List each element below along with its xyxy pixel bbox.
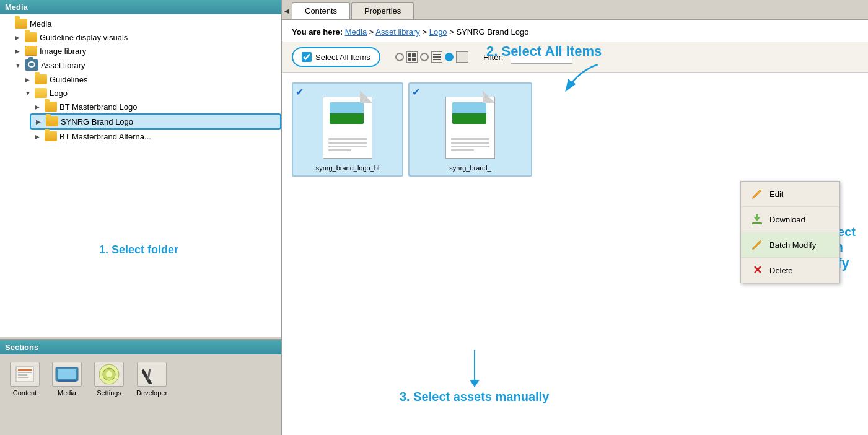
sections-panel: Sections Content	[0, 339, 281, 435]
section-content[interactable]: Content	[10, 362, 40, 397]
expand-arrow: ▶	[35, 133, 45, 140]
context-menu-edit[interactable]: Edit	[741, 182, 839, 207]
doc-body-2	[445, 97, 495, 159]
breadcrumb-sep1: >	[369, 27, 376, 37]
folder-icon	[46, 116, 58, 126]
context-menu-delete[interactable]: ✕ Delete	[741, 258, 839, 283]
filter-input[interactable]	[511, 51, 572, 64]
view-list-btn[interactable]	[431, 51, 442, 63]
tree-label: BT Masterbrand Logo	[59, 102, 138, 112]
asset-grid: ✔	[282, 72, 868, 187]
doc-icon-1	[320, 90, 375, 159]
tree-item-media[interactable]: Media	[0, 17, 281, 30]
svg-rect-11	[142, 369, 152, 384]
breadcrumb-asset-library-link[interactable]: Asset library	[375, 27, 420, 37]
svg-rect-7	[58, 380, 76, 382]
collapse-button[interactable]: ◀	[282, 2, 292, 19]
annotation-3-label: 3. Select assets manually	[400, 390, 549, 403]
svg-rect-6	[58, 369, 76, 379]
tab-contents-label: Contents	[305, 6, 337, 15]
context-menu-delete-label: Delete	[769, 266, 793, 275]
tree-item-bt-alternate[interactable]: ▶ BT Masterbrand Alterna...	[30, 130, 281, 143]
download-icon	[751, 213, 763, 226]
filter-label: Filter:	[483, 53, 504, 62]
island-img-2	[452, 102, 486, 124]
left-panel: Media Media ▶ Guideline display visuals …	[0, 0, 282, 435]
svg-marker-14	[754, 214, 760, 221]
tab-contents[interactable]: Contents	[292, 2, 350, 19]
tree-item-synrg-brand[interactable]: ▶ SYNRG Brand Logo	[30, 113, 281, 130]
developer-icon	[137, 362, 167, 387]
tree-label: Guidelines	[50, 75, 87, 84]
view-radio-3[interactable]	[445, 53, 454, 61]
section-settings-label: Settings	[97, 389, 121, 397]
expand-arrow: ▼	[15, 62, 25, 69]
asset-check-2: ✔	[412, 86, 420, 98]
asset-check-1: ✔	[296, 86, 304, 98]
view-radio-1[interactable]	[395, 53, 404, 61]
svg-rect-0	[16, 367, 33, 382]
doc-body	[323, 97, 372, 159]
expand-arrow: ▶	[35, 103, 45, 110]
context-menu-download[interactable]: Download	[741, 207, 839, 232]
select-all-checkbox[interactable]	[302, 52, 312, 62]
tree-item-asset-library[interactable]: ▼ Asset library	[10, 58, 281, 72]
select-all-label: Select All Items	[315, 53, 370, 62]
delete-icon: ✕	[751, 264, 763, 276]
tree-label: Logo	[50, 89, 68, 98]
expand-arrow: ▶	[36, 118, 46, 125]
tree-item-bt-masterbrand[interactable]: ▶ BT Masterbrand Logo	[30, 100, 281, 113]
media-header-label: Media	[5, 2, 28, 12]
folder-icon	[15, 19, 27, 29]
tree-item-guidelines[interactable]: ▶ Guidelines	[20, 72, 281, 86]
expand-arrow: ▶	[25, 76, 35, 83]
tree-label: Media	[30, 19, 51, 29]
tab-properties[interactable]: Properties	[351, 2, 414, 19]
content-icon	[10, 362, 40, 387]
context-menu-edit-label: Edit	[769, 190, 783, 199]
tree-panel: Media Media ▶ Guideline display visuals …	[0, 0, 281, 339]
settings-icon	[94, 362, 124, 387]
svg-point-10	[106, 371, 112, 377]
folder-icon	[45, 102, 57, 112]
batch-modify-icon	[751, 239, 763, 251]
view-grid-btn[interactable]	[406, 51, 418, 63]
expand-arrow: ▼	[25, 90, 35, 97]
tree-item-logo[interactable]: ▼ Logo	[20, 86, 281, 100]
collapse-icon: ◀	[284, 7, 289, 14]
view-detail-btn[interactable]	[456, 51, 468, 63]
breadcrumb-media-link[interactable]: Media	[345, 27, 367, 37]
doc-image	[330, 102, 364, 124]
asset-thumb-1	[297, 87, 398, 162]
tree-item-guideline-display[interactable]: ▶ Guideline display visuals	[10, 30, 281, 44]
breadcrumb-logo-link[interactable]: Logo	[429, 27, 447, 37]
tree-label: Image library	[40, 46, 86, 56]
tree-item-image-library[interactable]: ▶ Image library	[10, 44, 281, 58]
tabs-bar: ◀ Contents Properties	[282, 0, 868, 20]
island-img	[330, 102, 364, 124]
section-media-label: Media	[58, 389, 76, 397]
section-developer[interactable]: Developer	[136, 362, 167, 397]
context-menu-batch-modify[interactable]: Batch Modify	[741, 232, 839, 258]
breadcrumb-label: You are here:	[292, 27, 343, 37]
toolbar: Select All Items Filter:	[282, 42, 868, 72]
expand-arrow: ▶	[15, 48, 25, 55]
doc-lines	[328, 138, 367, 153]
svg-rect-13	[752, 222, 762, 224]
folder-icon	[45, 131, 57, 141]
breadcrumb-current: SYNRG Brand Logo	[456, 27, 528, 37]
edit-icon	[751, 188, 763, 200]
asset-item-2[interactable]: ✔	[408, 82, 532, 177]
doc-image-2	[452, 102, 486, 124]
asset-item-1[interactable]: ✔	[292, 82, 403, 177]
annotation-3: 3. Select assets manually	[400, 350, 549, 404]
asset-name-2: synrg_brand_	[413, 164, 527, 172]
tree-area: Media ▶ Guideline display visuals ▶ Imag…	[0, 14, 281, 337]
section-content-label: Content	[13, 389, 37, 397]
annotation-1-label: 1. Select folder	[99, 244, 178, 257]
tree-label: Guideline display visuals	[40, 33, 128, 42]
section-settings[interactable]: Settings	[94, 362, 124, 397]
view-radio-2[interactable]	[420, 53, 429, 61]
tab-properties-label: Properties	[364, 6, 401, 15]
section-media[interactable]: Media	[52, 362, 82, 397]
